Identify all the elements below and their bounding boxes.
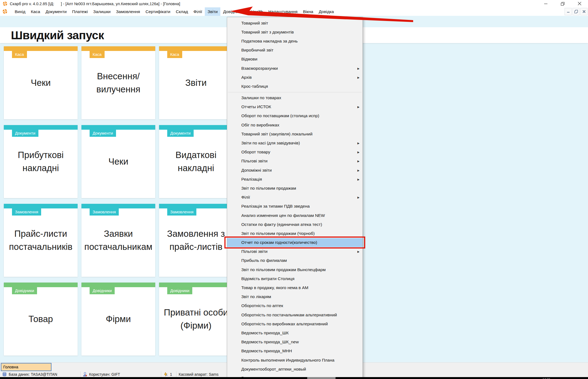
dropdown-menu-item[interactable]: Відомість витрати Столиця ▶ — [227, 274, 362, 283]
dropdown-menu-item[interactable]: Допоміжні звіти ▶ — [227, 166, 362, 175]
menubar-item[interactable]: Філії — [191, 7, 205, 16]
tile-category-tag: Замовлення — [90, 208, 119, 216]
mdi-close-button[interactable] — [580, 8, 587, 15]
menubar-item-label: Довідка — [319, 9, 334, 14]
dropdown-item-label: Контроль выполнения Индивидуального План… — [241, 358, 334, 363]
dropdown-menu-item[interactable]: Контроль выполнения Индивидуального План… — [227, 356, 362, 365]
dropdown-menu-item[interactable]: Отчет по срокам годности(количество) ▶ — [227, 238, 362, 247]
tile-category-bar — [4, 125, 78, 130]
menubar-item[interactable]: eHealth — [246, 7, 266, 16]
dropdown-menu-item[interactable]: Філії ▶ — [227, 193, 362, 202]
dropdown-item-label: Податкова накладна за день — [241, 39, 298, 44]
os-taskbar[interactable]: 14:32 — [0, 377, 588, 379]
status-database: База даних: TASA3@TITAN — [0, 371, 81, 377]
dropdown-menu-item[interactable]: Оборотність по виробниках альтернативний… — [227, 319, 362, 328]
dropdown-menu-item[interactable]: ▶ — [227, 91, 362, 93]
dropdown-menu-item[interactable]: Остатки по факту (единичная атека тест) … — [227, 220, 362, 229]
menubar-item[interactable]: Налаштування — [266, 7, 300, 16]
tile-category-bar — [4, 283, 78, 287]
dropdown-menu-item[interactable]: Звіт по пільговим продажам Вынспецфарм ▶ — [227, 265, 362, 274]
menubar-item[interactable]: Вікна — [300, 7, 316, 16]
quick-launch-tile[interactable]: Каса Чеки — [4, 46, 78, 119]
dropdown-menu-item[interactable]: Товарний звіт (закупівля) локальний ▶ — [227, 129, 362, 138]
dropdown-menu-item[interactable]: Архів ▶ — [227, 73, 362, 82]
power-plug-icon — [163, 372, 168, 377]
quick-launch-tile[interactable]: Довідники Фірми — [81, 283, 155, 356]
dropdown-menu-item[interactable]: Реалізація за типами ПДВ зведена ▶ — [227, 202, 362, 211]
quick-launch-tile[interactable]: Довідники Приватні особи (Фірми) — [159, 283, 233, 356]
menubar-item[interactable]: Вихід — [12, 7, 28, 16]
minimize-button[interactable] — [537, 0, 554, 7]
menubar-item[interactable]: Довідники — [220, 7, 246, 16]
dropdown-menu-item[interactable]: Прибыль по филиалам ▶ — [227, 256, 362, 265]
tile-label: Чеки — [29, 76, 52, 89]
menubar-item[interactable]: Замовлення — [113, 7, 143, 16]
mdi-window-controls — [565, 8, 587, 15]
dropdown-menu-item[interactable]: Оборотність по постачальникам альтернати… — [227, 310, 362, 319]
dropdown-menu-item[interactable]: Товарний звіт з документів ▶ — [227, 28, 362, 37]
dropdown-menu-item[interactable]: Відмови ▶ — [227, 55, 362, 64]
status-count-label: 1 — [170, 372, 172, 377]
dropdown-menu-item[interactable]: Звіт по пільговим продажам (Чорноб) ▶ — [227, 229, 362, 238]
dropdown-item-label: Звіт по пільговим продажам (Чорноб) — [241, 231, 315, 236]
quick-launch-tile[interactable]: Каса Звіти — [159, 46, 233, 119]
dropdown-item-label: Допоміжні звіти — [241, 168, 272, 173]
dropdown-menu-item[interactable]: Податкова накладна за день ▶ — [227, 37, 362, 46]
dropdown-item-label: Залишки по товарах — [241, 95, 281, 100]
taskbar-app-segment[interactable] — [307, 377, 336, 379]
menubar-item[interactable]: Склад — [173, 7, 191, 16]
menubar-item[interactable]: Каса — [28, 7, 43, 16]
menubar-item[interactable]: Документи — [43, 7, 69, 16]
dropdown-menu-item[interactable]: Ведомость прихода_ШК_new ▶ — [227, 338, 362, 347]
dropdown-menu-item[interactable]: Пільгові звіти ▶ — [227, 157, 362, 166]
mdi-minimize-button[interactable] — [565, 8, 572, 15]
dropdown-menu-item[interactable]: Крос-таблиця ▶ — [227, 82, 362, 91]
quick-launch-tile[interactable]: Довідники Товар — [4, 283, 78, 356]
dropdown-menu-item[interactable]: Ведомость прихода_ШК ▶ — [227, 328, 362, 337]
tile-category-tag: Замовлення — [12, 208, 41, 216]
dropdown-menu-item[interactable]: Оборотність по аптек ▶ — [227, 301, 362, 310]
dropdown-menu-item[interactable]: Взаєморозрахунки ▶ — [227, 64, 362, 73]
database-icon — [2, 372, 7, 377]
quick-launch-grid: Каса Чеки Каса Внесення/вилучення Каса З… — [4, 46, 233, 356]
tile-category-bar — [4, 204, 78, 208]
dropdown-menu-item[interactable]: Звіт по лікарям ▶ — [227, 292, 362, 301]
dropdown-item-label: Товарний звіт (закупівля) локальний — [241, 132, 312, 137]
quick-launch-tile[interactable]: Каса Внесення/вилучення — [81, 46, 155, 119]
dropdown-menu-item[interactable]: Залишки по товарах ▶ — [227, 93, 362, 102]
status-database-label: База даних: TASA3@TITAN — [9, 372, 57, 377]
dropdown-menu-item[interactable]: Товарний звіт ▶ — [227, 19, 362, 28]
dropdown-menu-item[interactable]: Оборот по поставщикам (столица испр) ▶ — [227, 111, 362, 120]
tile-label: Приватні особи (Фірми) — [159, 306, 233, 332]
dropdown-item-label: Товар в продажу, якого нема в АМ — [241, 285, 308, 290]
quick-launch-tile[interactable]: Документи Прибуткові накладні — [4, 125, 78, 198]
quick-launch-tile[interactable]: Замовлення Замовлення з прайс-листів — [159, 204, 233, 277]
dropdown-menu-item[interactable]: Реалізація ▶ — [227, 175, 362, 184]
tab-golovna[interactable]: Головна — [1, 363, 51, 371]
dropdown-menu-item[interactable]: Пільгові звіти ▶ — [227, 247, 362, 256]
dropdown-menu-item[interactable]: Ведомость прихода_МНН ▶ — [227, 347, 362, 356]
menubar-item[interactable]: Сертифікати — [143, 7, 173, 16]
dropdown-menu-item[interactable]: Обіг по виробниках ▶ — [227, 120, 362, 129]
close-button[interactable] — [571, 0, 588, 7]
restore-button[interactable] — [554, 0, 571, 7]
dropdown-menu-item[interactable]: Анализ изменения цен по филиалам NEW ▶ — [227, 211, 362, 220]
dropdown-menu-item[interactable]: Товар в продажу, якого нема в АМ ▶ — [227, 283, 362, 292]
dropdown-item-label: Пільгові звіти — [241, 249, 267, 254]
menubar-item[interactable]: Залишки — [90, 7, 113, 16]
dropdown-menu-item[interactable]: Отчеты ИСТОК ▶ — [227, 102, 362, 111]
window-title: Скарб pro v. 4.0.2.85 [ІД: ] - [Апт №003… — [10, 2, 180, 6]
dropdown-menu-item[interactable]: Виробничий звіт ▶ — [227, 46, 362, 55]
menubar-item[interactable]: Довідка — [316, 7, 337, 16]
mdi-restore-button[interactable] — [572, 8, 580, 15]
dropdown-menu-item[interactable]: Звіт по пільговим продажам ▶ — [227, 184, 362, 193]
quick-launch-tile[interactable]: Документи Видаткові накладні — [159, 125, 233, 198]
dropdown-menu-item[interactable]: Документооборот_аптеки_новый ▶ — [227, 365, 362, 374]
quick-launch-tile[interactable]: Замовлення Заявки постачальникам — [81, 204, 155, 277]
quick-launch-tile[interactable]: Замовлення Прайс-листи постачальників — [4, 204, 78, 277]
menubar-item[interactable]: Платежі — [69, 7, 91, 16]
quick-launch-tile[interactable]: Документи Чеки — [81, 125, 155, 198]
menubar-item[interactable]: Звіти — [205, 7, 220, 16]
dropdown-menu-item[interactable]: Оборот товару ▶ — [227, 148, 362, 157]
dropdown-menu-item[interactable]: Звіти по касі (для завідувачів) ▶ — [227, 138, 362, 147]
